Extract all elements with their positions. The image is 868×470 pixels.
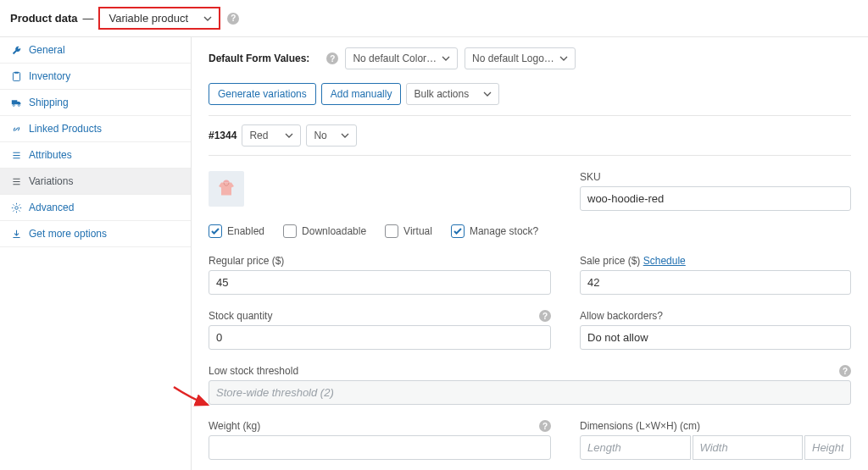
- sidebar-item-getmore[interactable]: Get more options: [0, 221, 191, 247]
- manage-stock-checkbox[interactable]: Manage stock?: [451, 224, 538, 238]
- low-stock-input[interactable]: [209, 380, 851, 405]
- variation-attr-logo-select[interactable]: No: [306, 124, 357, 147]
- virtual-checkbox[interactable]: Virtual: [385, 224, 432, 238]
- sidebar-item-inventory[interactable]: Inventory: [0, 64, 191, 90]
- product-data-label: Product data: [10, 12, 77, 25]
- stock-qty-label: Stock quantity: [209, 310, 272, 322]
- product-type-value: Variable product: [100, 8, 197, 28]
- wrench-icon: [10, 44, 22, 56]
- sidebar: General Inventory Shipping Linked Produc…: [0, 37, 192, 470]
- regular-price-field: Regular price ($): [209, 255, 551, 295]
- sidebar-item-shipping[interactable]: Shipping: [0, 90, 191, 116]
- variation-header[interactable]: #1344 Red No: [209, 115, 851, 156]
- weight-field: Weight (kg) ?: [209, 420, 551, 460]
- chevron-down-icon: [285, 131, 293, 140]
- default-color-value: No default Color…: [353, 53, 437, 64]
- sale-price-input[interactable]: [580, 270, 851, 295]
- help-icon[interactable]: ?: [326, 53, 338, 64]
- chevron-down-icon: [559, 54, 568, 63]
- default-color-select[interactable]: No default Color…: [345, 47, 458, 69]
- product-data-header: Product data — Variable product ?: [0, 0, 868, 37]
- sidebar-item-label: Attributes: [29, 149, 72, 161]
- chevron-down-icon: [483, 90, 492, 98]
- variations-panel: Default Form Values: ? No default Color……: [192, 37, 868, 470]
- chevron-down-icon: [197, 11, 219, 26]
- variation-buttons: Generate variations Add manually Bulk ac…: [209, 83, 851, 105]
- svg-point-3: [18, 104, 19, 106]
- regular-price-input[interactable]: [209, 270, 551, 295]
- variation-body: SKU Enabled Downloadable Virtual: [209, 156, 851, 470]
- dash: —: [82, 12, 93, 25]
- stock-qty-input[interactable]: [209, 325, 551, 350]
- variation-checkboxes: Enabled Downloadable Virtual Manage stoc…: [209, 224, 851, 238]
- bulk-actions-label: Bulk actions: [414, 88, 469, 100]
- backorders-label: Allow backorders?: [580, 310, 663, 322]
- add-manually-button[interactable]: Add manually: [321, 83, 402, 105]
- sidebar-item-advanced[interactable]: Advanced: [0, 195, 191, 221]
- bulk-actions-select[interactable]: Bulk actions: [406, 83, 499, 105]
- main-wrap: General Inventory Shipping Linked Produc…: [0, 37, 868, 470]
- sidebar-item-attributes[interactable]: Attributes: [0, 142, 191, 169]
- chevron-down-icon: [442, 54, 450, 63]
- sidebar-item-label: Inventory: [29, 70, 70, 82]
- help-icon[interactable]: ?: [227, 13, 239, 25]
- backorders-select[interactable]: [580, 325, 851, 350]
- enabled-checkbox[interactable]: Enabled: [209, 224, 264, 238]
- enabled-label: Enabled: [227, 225, 264, 237]
- variation-id: #1344: [209, 130, 236, 141]
- width-input[interactable]: [693, 435, 804, 460]
- truck-icon: [10, 97, 22, 108]
- sidebar-item-general[interactable]: General: [0, 37, 191, 64]
- product-type-select[interactable]: Variable product: [98, 7, 220, 30]
- help-icon[interactable]: ?: [539, 310, 551, 322]
- svg-point-4: [14, 206, 18, 209]
- default-form-values-row: Default Form Values: ? No default Color……: [209, 47, 851, 69]
- schedule-link[interactable]: Schedule: [643, 255, 686, 267]
- sidebar-item-label: Get more options: [29, 228, 107, 240]
- generate-variations-button[interactable]: Generate variations: [209, 83, 316, 105]
- regular-price-label: Regular price ($): [209, 255, 284, 267]
- svg-rect-1: [14, 71, 19, 73]
- dimensions-field: Dimensions (L×W×H) (cm): [580, 420, 851, 460]
- help-icon[interactable]: ?: [539, 420, 551, 432]
- sku-label: SKU: [580, 171, 851, 183]
- length-input[interactable]: [580, 435, 691, 460]
- clipboard-icon: [10, 70, 22, 82]
- sidebar-item-variations[interactable]: Variations: [0, 169, 191, 195]
- dimensions-label: Dimensions (L×W×H) (cm): [580, 420, 700, 432]
- weight-input[interactable]: [209, 435, 551, 460]
- download-icon: [10, 228, 22, 240]
- variations-icon: [10, 175, 22, 187]
- default-logo-value: No default Logo…: [472, 53, 554, 64]
- stock-qty-field: Stock quantity ?: [209, 310, 551, 350]
- variation-attr-color: Red: [249, 130, 268, 141]
- manage-stock-label: Manage stock?: [470, 225, 538, 237]
- list-icon: [10, 149, 22, 161]
- height-input[interactable]: [804, 435, 851, 460]
- sale-price-label: Sale price ($): [580, 255, 640, 267]
- sale-price-field: Sale price ($) Schedule: [580, 255, 851, 295]
- low-stock-field: Low stock threshold ?: [209, 365, 851, 405]
- sidebar-item-label: Linked Products: [29, 123, 102, 135]
- default-logo-select[interactable]: No default Logo…: [465, 47, 576, 69]
- help-icon[interactable]: ?: [839, 365, 851, 377]
- sidebar-item-label: Advanced: [29, 202, 74, 213]
- link-icon: [10, 123, 22, 135]
- default-form-values-label: Default Form Values:: [209, 53, 309, 64]
- sidebar-item-label: Variations: [29, 175, 73, 187]
- weight-label: Weight (kg): [209, 420, 260, 432]
- virtual-label: Virtual: [403, 225, 432, 237]
- sku-input[interactable]: [580, 186, 851, 211]
- variation-attr-logo: No: [314, 130, 326, 141]
- chevron-down-icon: [341, 131, 349, 140]
- downloadable-label: Downloadable: [302, 225, 366, 237]
- sidebar-item-linked[interactable]: Linked Products: [0, 116, 191, 142]
- variation-attr-color-select[interactable]: Red: [242, 124, 301, 147]
- svg-rect-0: [13, 72, 19, 80]
- downloadable-checkbox[interactable]: Downloadable: [283, 224, 366, 238]
- hoodie-icon: [214, 176, 239, 202]
- low-stock-label: Low stock threshold: [209, 365, 298, 377]
- gear-icon: [10, 202, 22, 213]
- variation-thumbnail[interactable]: [209, 171, 244, 207]
- svg-point-2: [13, 104, 14, 106]
